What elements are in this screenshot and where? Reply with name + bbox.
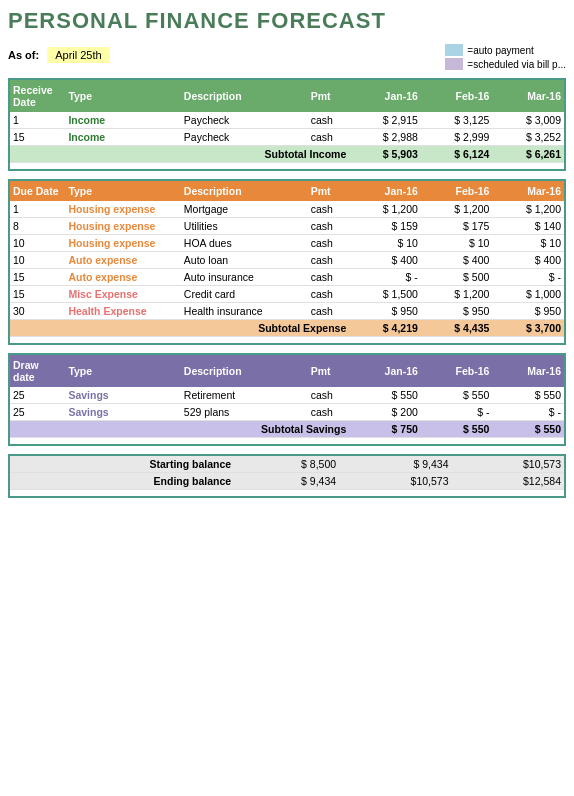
expense-row-feb: $ 175 [421, 218, 493, 235]
income-col-desc: Description [181, 80, 308, 112]
income-col-type: Type [65, 80, 180, 112]
expense-row-pmt: cash [308, 235, 350, 252]
expense-header: Due Date Type Description Pmt Jan-16 Feb… [10, 181, 564, 201]
expense-row-mar: $ - [492, 269, 564, 286]
starting-balance-mar: $10,573 [452, 456, 564, 473]
income-row-feb: $ 2,999 [421, 129, 493, 146]
expense-col-mar: Mar-16 [492, 181, 564, 201]
savings-row-mar: $ - [492, 404, 564, 421]
expense-row-jan: $ 400 [349, 252, 421, 269]
expense-subtotal-label: Subtotal Expense [10, 320, 349, 337]
ending-balance-jan: $ 9,434 [234, 473, 339, 490]
expense-row-mar: $ 1,000 [492, 286, 564, 303]
expense-col-jan: Jan-16 [349, 181, 421, 201]
income-col-date: Receive Date [10, 80, 65, 112]
expense-subtotal-mar: $ 3,700 [492, 320, 564, 337]
income-col-mar: Mar-16 [492, 80, 564, 112]
expense-row: 10 Housing expense HOA dues cash $ 10 $ … [10, 235, 564, 252]
balance-table: Starting balance $ 8,500 $ 9,434 $10,573… [10, 456, 564, 490]
expense-row-jan: $ 1,200 [349, 201, 421, 218]
expense-row-desc: Utilities [181, 218, 308, 235]
income-row-type: Income [65, 112, 180, 129]
expense-row-type: Auto expense [65, 269, 180, 286]
income-col-jan: Jan-16 [349, 80, 421, 112]
starting-balance-jan: $ 8,500 [234, 456, 339, 473]
expense-row-date: 15 [10, 269, 65, 286]
savings-row-jan: $ 200 [349, 404, 421, 421]
starting-balance-row: Starting balance $ 8,500 $ 9,434 $10,573 [10, 456, 564, 473]
income-row-type: Income [65, 129, 180, 146]
ending-balance-label: Ending balance [10, 473, 234, 490]
expense-subtotal-jan: $ 4,219 [349, 320, 421, 337]
expense-row-pmt: cash [308, 201, 350, 218]
expense-row-jan: $ 950 [349, 303, 421, 320]
income-table: Receive Date Type Description Pmt Jan-16… [10, 80, 564, 163]
expense-subtotal-row: Subtotal Expense $ 4,219 $ 4,435 $ 3,700 [10, 320, 564, 337]
income-row-jan: $ 2,915 [349, 112, 421, 129]
ending-balance-row: Ending balance $ 9,434 $10,573 $12,584 [10, 473, 564, 490]
savings-subtotal-jan: $ 750 [349, 421, 421, 438]
savings-section: Draw date Type Description Pmt Jan-16 Fe… [8, 353, 566, 446]
as-of-date: April 25th [47, 47, 109, 63]
savings-row: 25 Savings 529 plans cash $ 200 $ - $ - [10, 404, 564, 421]
expense-col-feb: Feb-16 [421, 181, 493, 201]
income-row-pmt: cash [308, 129, 350, 146]
expense-row-mar: $ 1,200 [492, 201, 564, 218]
income-row-feb: $ 3,125 [421, 112, 493, 129]
savings-row-type: Savings [65, 387, 180, 404]
header-meta: As of: April 25th =auto payment =schedul… [8, 44, 566, 70]
income-row-date: 15 [10, 129, 65, 146]
expense-row-desc: HOA dues [181, 235, 308, 252]
ending-balance-mar: $12,584 [452, 473, 564, 490]
expense-row-desc: Auto loan [181, 252, 308, 269]
ending-balance-feb: $10,573 [339, 473, 451, 490]
expense-row-type: Housing expense [65, 218, 180, 235]
expense-row-feb: $ 500 [421, 269, 493, 286]
savings-row-pmt: cash [308, 387, 350, 404]
income-col-feb: Feb-16 [421, 80, 493, 112]
savings-body: 25 Savings Retirement cash $ 550 $ 550 $… [10, 387, 564, 421]
savings-subtotal-mar: $ 550 [492, 421, 564, 438]
expense-row-type: Misc Expense [65, 286, 180, 303]
legend-scheduled-label: =scheduled via bill p... [467, 59, 566, 70]
expense-row-type: Housing expense [65, 201, 180, 218]
expense-row-mar: $ 400 [492, 252, 564, 269]
income-row-pmt: cash [308, 112, 350, 129]
expense-row-feb: $ 1,200 [421, 286, 493, 303]
savings-row: 25 Savings Retirement cash $ 550 $ 550 $… [10, 387, 564, 404]
expense-row-type: Housing expense [65, 235, 180, 252]
expense-row-pmt: cash [308, 269, 350, 286]
expense-row-desc: Auto insurance [181, 269, 308, 286]
expense-row-desc: Mortgage [181, 201, 308, 218]
income-row: 15 Income Paycheck cash $ 2,988 $ 2,999 … [10, 129, 564, 146]
legend-swatch-scheduled [445, 58, 463, 70]
income-subtotal-jan: $ 5,903 [349, 146, 421, 163]
expense-row-jan: $ 1,500 [349, 286, 421, 303]
expense-row-pmt: cash [308, 286, 350, 303]
expense-body: 1 Housing expense Mortgage cash $ 1,200 … [10, 201, 564, 320]
income-row: 1 Income Paycheck cash $ 2,915 $ 3,125 $… [10, 112, 564, 129]
expense-row: 30 Health Expense Health insurance cash … [10, 303, 564, 320]
expense-row: 10 Auto expense Auto loan cash $ 400 $ 4… [10, 252, 564, 269]
savings-row-mar: $ 550 [492, 387, 564, 404]
expense-section: Due Date Type Description Pmt Jan-16 Feb… [8, 179, 566, 345]
starting-balance-label: Starting balance [10, 456, 234, 473]
savings-subtotal-feb: $ 550 [421, 421, 493, 438]
savings-col-jan: Jan-16 [349, 355, 421, 387]
expense-row: 1 Housing expense Mortgage cash $ 1,200 … [10, 201, 564, 218]
expense-table: Due Date Type Description Pmt Jan-16 Feb… [10, 181, 564, 337]
expense-subtotal-feb: $ 4,435 [421, 320, 493, 337]
expense-row-jan: $ - [349, 269, 421, 286]
expense-row-date: 10 [10, 235, 65, 252]
income-row-desc: Paycheck [181, 112, 308, 129]
income-row-jan: $ 2,988 [349, 129, 421, 146]
as-of-row: As of: April 25th [8, 47, 110, 63]
income-subtotal-feb: $ 6,124 [421, 146, 493, 163]
savings-row-desc: 529 plans [181, 404, 308, 421]
savings-col-type: Type [65, 355, 180, 387]
expense-row-mar: $ 10 [492, 235, 564, 252]
balance-section: Starting balance $ 8,500 $ 9,434 $10,573… [8, 454, 566, 498]
expense-row-feb: $ 1,200 [421, 201, 493, 218]
expense-row-mar: $ 140 [492, 218, 564, 235]
income-col-pmt: Pmt [308, 80, 350, 112]
